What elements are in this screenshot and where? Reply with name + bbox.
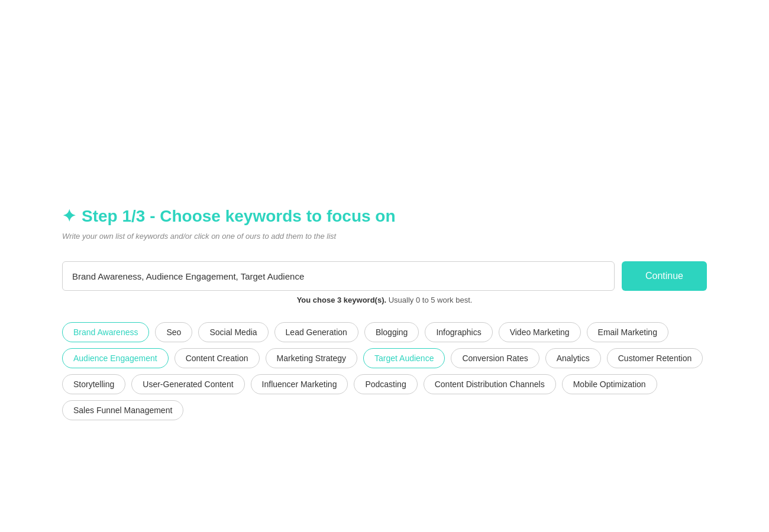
tag-email-marketing[interactable]: Email Marketing [587, 322, 668, 342]
keyword-input[interactable] [62, 261, 615, 291]
keyword-count: You chose 3 keyword(s). Usually 0 to 5 w… [62, 296, 707, 304]
tag-brand-awareness[interactable]: Brand Awareness [62, 322, 149, 342]
tag-podcasting[interactable]: Podcasting [354, 374, 417, 394]
tag-social-media[interactable]: Social Media [198, 322, 268, 342]
tag-storytelling[interactable]: Storytelling [62, 374, 125, 394]
tag-analytics[interactable]: Analytics [545, 348, 601, 368]
step-title: ✦ Step 1/3 - Choose keywords to focus on [62, 206, 707, 226]
tag-infographics[interactable]: Infographics [425, 322, 492, 342]
tag-blogging[interactable]: Blogging [364, 322, 419, 342]
tag-influencer-marketing[interactable]: Influencer Marketing [251, 374, 348, 394]
tag-content-distribution-channels[interactable]: Content Distribution Channels [424, 374, 556, 394]
page-container: ✦ Step 1/3 - Choose keywords to focus on… [0, 0, 769, 532]
continue-button[interactable]: Continue [622, 261, 707, 291]
tag-lead-generation[interactable]: Lead Generation [274, 322, 358, 342]
step-icon: ✦ [62, 206, 76, 226]
tag-content-creation[interactable]: Content Creation [175, 348, 260, 368]
step-subtitle: Write your own list of keywords and/or c… [62, 232, 707, 241]
tag-mobile-optimization[interactable]: Mobile Optimization [562, 374, 657, 394]
tag-video-marketing[interactable]: Video Marketing [499, 322, 581, 342]
tag-target-audience[interactable]: Target Audience [363, 348, 445, 368]
tags-container: Brand AwarenessSeoSocial MediaLead Gener… [62, 322, 707, 420]
tag-user-generated-content[interactable]: User-Generated Content [131, 374, 244, 394]
tag-marketing-strategy[interactable]: Marketing Strategy [266, 348, 358, 368]
input-row: Continue [62, 261, 707, 291]
tag-seo[interactable]: Seo [155, 322, 192, 342]
tag-sales-funnel-management[interactable]: Sales Funnel Management [62, 400, 183, 420]
tag-customer-retention[interactable]: Customer Retention [607, 348, 703, 368]
tag-audience-engagement[interactable]: Audience Engagement [62, 348, 169, 368]
tag-conversion-rates[interactable]: Conversion Rates [451, 348, 539, 368]
